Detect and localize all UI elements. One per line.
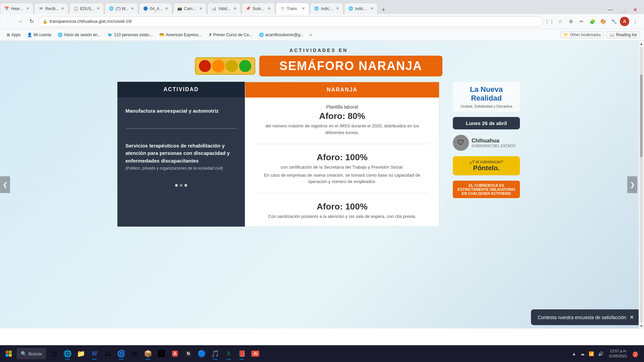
naranja-desc-1: del número máximo de registros en el IMS… (255, 123, 429, 136)
browser-window: 📅 Hear... ✕ ✉ Recib... ✕ 📋 EDUS... ✕ 🌐 (… (0, 0, 644, 362)
tab-9-title: Trans (287, 6, 297, 11)
system-clock[interactable]: 12:57 p.m. 21/05/2021 (606, 349, 630, 359)
address-bar[interactable]: 🔒 transparencia.chihuahua.gob.mx/covid-1… (38, 16, 543, 27)
tab-2-close[interactable]: ✕ (61, 6, 64, 11)
extensions-icon[interactable]: 🧩 (588, 17, 597, 26)
forward-button[interactable]: → (15, 17, 25, 26)
tab-7-close[interactable]: ✕ (233, 6, 236, 11)
other-bookmarks[interactable]: 📁 Other bookmarks (560, 32, 604, 38)
taskbar-edge-2[interactable]: 🔵 (195, 347, 208, 360)
volume-icon[interactable]: 🔊 (597, 351, 605, 357)
bookmark-apps[interactable]: ⊞ Apps (4, 32, 23, 38)
extensions-puzzle-icon[interactable]: 🔧 (609, 17, 619, 26)
taskbar-task-view[interactable]: ⊡ (47, 347, 61, 360)
tab-11[interactable]: 🌐 indic... ✕ (344, 3, 378, 14)
tab-6-close[interactable]: ✕ (199, 6, 202, 11)
tab-10[interactable]: 🌐 indic... ✕ (310, 3, 343, 14)
settings-icon[interactable]: ⚙ (566, 17, 576, 26)
bookmark-mi-cuenta[interactable]: 👤 Mi cuenta (24, 32, 54, 38)
taskbar-search[interactable]: 🔍 Buscar (17, 348, 46, 359)
dot-3[interactable] (184, 184, 187, 187)
tab-4-close[interactable]: ✕ (131, 6, 134, 11)
scroll-track[interactable] (640, 47, 643, 322)
tab-8[interactable]: 📌 Subr... ✕ (241, 3, 275, 14)
traffic-light-red (199, 60, 211, 72)
profile-avatar[interactable]: A (620, 17, 629, 26)
bookmark-gmail[interactable]: 🌐 acarrillosoberon@g... (256, 32, 306, 38)
more-bookmarks-button[interactable]: » (308, 32, 314, 38)
bookmark-twitter[interactable]: 🐦 110 personas están... (105, 32, 155, 38)
windows-logo-icon (5, 350, 12, 357)
network-icon[interactable]: 📶 (587, 351, 595, 357)
pen-icon[interactable]: ✏ (577, 17, 586, 26)
tab-3[interactable]: 📋 EDUS... ✕ (69, 3, 104, 14)
taskbar-dropbox[interactable]: 📦 (141, 347, 155, 360)
apps-launcher-icon[interactable]: ⋮⋮ (545, 17, 554, 26)
scrollbar[interactable]: ▲ ▼ (639, 41, 644, 328)
taskbar-file-explorer[interactable]: 📁 (74, 347, 88, 360)
maximize-button[interactable]: ⬜ (618, 6, 629, 14)
taskbar-app-a[interactable]: A (168, 347, 181, 360)
cloud-icon[interactable]: ☁ (579, 351, 586, 357)
tab-bar: 📅 Hear... ✕ ✉ Recib... ✕ 📋 EDUS... ✕ 🌐 (… (0, 0, 644, 14)
tab-1-close[interactable]: ✕ (26, 6, 29, 11)
edge-icon: 🌐 (63, 350, 72, 358)
dropbox-icon: 📦 (144, 350, 152, 358)
reading-list-label: Reading list (616, 33, 637, 37)
reading-list[interactable]: 📖 Reading list (606, 32, 640, 38)
favorites-icon[interactable]: ☆ (555, 17, 565, 26)
tab-4[interactable]: 🌐 (7) W... ✕ (105, 3, 138, 14)
tab-10-close[interactable]: ✕ (336, 6, 339, 11)
taskbar-files[interactable]: 🗂 (101, 347, 114, 360)
refresh-button[interactable]: ↻ (27, 17, 36, 26)
taskbar-acrobat[interactable]: 📕 (235, 347, 249, 360)
new-tab-button[interactable]: + (378, 5, 389, 14)
tab-5-close[interactable]: ✕ (165, 6, 168, 11)
tab-9[interactable]: 🛡 Trans ✕ (276, 3, 309, 14)
system-time: 12:57 p.m. (609, 349, 627, 354)
bookmark-inicio-sesion[interactable]: 🌐 Inicio de sesión en... (55, 32, 103, 38)
carousel-right-arrow[interactable]: ❯ (627, 176, 637, 193)
taskbar-word[interactable]: W (88, 347, 101, 360)
taskbar-ai[interactable]: Ai (249, 347, 262, 360)
back-button[interactable]: ← (4, 17, 13, 26)
tab-3-close[interactable]: ✕ (97, 6, 100, 11)
scroll-down-arrow[interactable]: ▼ (639, 323, 644, 328)
carousel-left-arrow[interactable]: ❮ (0, 176, 10, 193)
dot-1[interactable] (175, 184, 178, 187)
system-tray: ▲ ☁ 📶 🔊 12:57 p.m. 21/05/2021 💬 2 (571, 349, 642, 359)
toolbar-actions: ⋮⋮ ☆ ⚙ ✏ 🧩 🎨 🔧 A ⋮ (545, 17, 640, 26)
tab-8-close[interactable]: ✕ (268, 6, 271, 11)
tab-7[interactable]: 📊 Valid... ✕ (207, 3, 241, 14)
tab-8-title: Subr... (253, 6, 264, 11)
taskbar-excel[interactable]: X (222, 347, 235, 360)
taskbar-spotify[interactable]: 🎵 (208, 347, 222, 360)
tab-6[interactable]: 📸 Cam... ✕ (173, 3, 207, 14)
taskbar-mail[interactable]: ✉ (128, 347, 141, 360)
tab-6-favicon: 📸 (177, 6, 182, 11)
minimize-button[interactable]: — (605, 5, 615, 14)
taskbar-amazon[interactable]: 🅰 (155, 347, 168, 360)
taskbar-chrome[interactable]: 🌀 (114, 347, 128, 360)
tab-1[interactable]: 📅 Hear... ✕ (0, 3, 34, 14)
hidden-icons-button[interactable]: ▲ (571, 351, 578, 357)
notification-center[interactable]: 💬 2 (631, 351, 639, 357)
tab-11-close[interactable]: ✕ (370, 6, 373, 11)
windows-taskbar: 🔍 Buscar ⊡ 🌐 📁 W 🗂 🌀 ✉ (0, 345, 644, 362)
taskbar-edge[interactable]: 🌐 (61, 347, 74, 360)
scroll-up-arrow[interactable]: ▲ (639, 41, 644, 46)
tab-5[interactable]: 🔵 04_A... ✕ (139, 3, 172, 14)
taskbar-notion[interactable]: N (181, 347, 195, 360)
tab-9-close[interactable]: ✕ (302, 6, 305, 11)
scroll-thumb[interactable] (640, 74, 643, 157)
tab-2[interactable]: ✉ Recib... ✕ (34, 3, 68, 14)
start-button[interactable] (2, 347, 15, 360)
bookmark-amex[interactable]: 💳 American Express... (157, 32, 204, 38)
notification-close-button[interactable]: ✕ (630, 314, 634, 320)
colorful-icon[interactable]: 🎨 (598, 17, 608, 26)
more-options-button[interactable]: ⋮ (631, 17, 640, 26)
dot-2[interactable] (180, 184, 182, 187)
close-button[interactable]: ✕ (631, 6, 640, 14)
bookmark-x[interactable]: ✗ Primer Curso de Ca... (206, 32, 255, 38)
notification-count-badge: 2 (633, 352, 638, 357)
